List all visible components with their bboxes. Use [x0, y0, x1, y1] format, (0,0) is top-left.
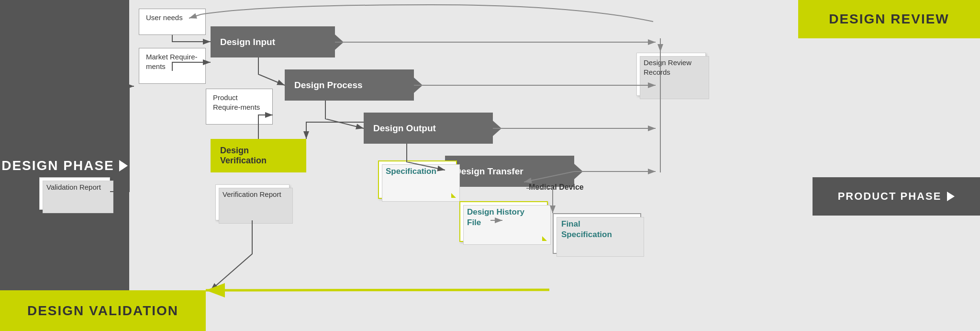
design-input-arrow [335, 34, 344, 50]
product-requirements-box: Product Require-ments [206, 89, 273, 125]
product-phase-arrow [947, 192, 955, 201]
validation-report-text: Validation Report [46, 183, 101, 191]
design-review-text: DESIGN REVIEW [829, 11, 949, 27]
design-review-records-text: Design Review Records [644, 58, 691, 76]
market-requirements-box: Market Require-ments [139, 48, 206, 84]
design-process-text: Design Process [294, 80, 363, 91]
design-history-file-text: Design History File [467, 207, 524, 227]
design-history-file-card: Design History File [459, 201, 548, 242]
medical-device-text: Medical Device [529, 183, 584, 191]
user-needs-box: User needs [139, 9, 206, 35]
design-process-arrow [414, 78, 423, 93]
design-phase-label: DESIGN PHASE [0, 0, 129, 331]
specification-text: Specification [386, 167, 436, 176]
product-phase-label: PRODUCT PHASE [813, 177, 980, 216]
design-input-text: Design Input [220, 37, 275, 47]
design-transfer-arrow [574, 164, 583, 179]
product-requirements-text: Product Require-ments [213, 93, 260, 111]
design-review-records-card: Design Review Records [636, 53, 706, 96]
design-validation-label: DESIGN VALIDATION [0, 290, 206, 331]
verification-report-text: Verification Report [223, 190, 281, 198]
design-verification-text: Design Verification [220, 146, 297, 166]
final-specification-text: Final Specification [561, 219, 612, 239]
market-requirements-text: Market Require-ments [146, 53, 198, 70]
design-transfer-box: Design Transfer [445, 156, 574, 187]
final-specification-card: Final Specification [553, 213, 641, 254]
specification-card: Specification [378, 160, 457, 199]
design-input-box: Design Input [211, 26, 335, 57]
dhf-fold [542, 236, 547, 241]
design-phase-arrow [119, 160, 128, 171]
design-output-text: Design Output [373, 123, 436, 134]
user-needs-text: User needs [146, 13, 183, 22]
design-process-box: Design Process [285, 69, 414, 101]
verification-report-card: Verification Report [215, 184, 290, 220]
product-phase-text: PRODUCT PHASE [838, 190, 942, 203]
design-output-box: Design Output [364, 113, 493, 144]
design-verification-box: Design Verification [211, 139, 306, 172]
validation-report-card: Validation Report [39, 177, 110, 210]
design-transfer-text: Design Transfer [455, 166, 523, 177]
specification-fold [451, 193, 456, 198]
design-output-arrow [493, 121, 501, 136]
design-validation-text: DESIGN VALIDATION [27, 303, 178, 319]
medical-device-label: Medical Device [529, 183, 584, 192]
design-review-label: DESIGN REVIEW [798, 0, 980, 38]
diagram-container: DESIGN PHASE DESIGN REVIEW PRODUCT PHASE… [0, 0, 980, 331]
design-phase-text: DESIGN PHASE [1, 158, 114, 173]
